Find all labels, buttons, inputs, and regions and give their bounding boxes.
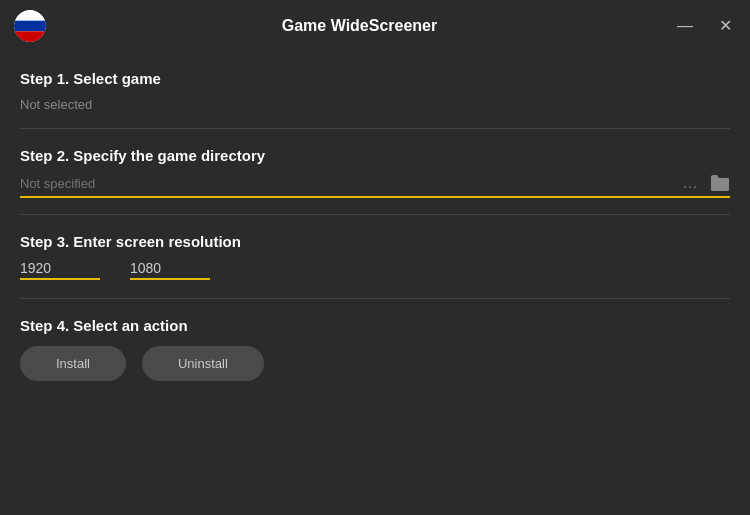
uninstall-button[interactable]: Uninstall	[142, 346, 264, 381]
height-field	[130, 260, 210, 280]
step1-section: Step 1. Select game Not selected	[20, 52, 730, 129]
minimize-button[interactable]: —	[673, 16, 697, 36]
step3-title: Step 3. Enter screen resolution	[20, 233, 730, 250]
title-bar: Game WideScreener — ✕	[0, 0, 750, 52]
step3-section: Step 3. Enter screen resolution	[20, 215, 730, 299]
app-logo	[14, 10, 46, 42]
directory-row: ...	[20, 174, 730, 198]
title-bar-controls: — ✕	[673, 16, 736, 36]
step1-value: Not selected	[20, 97, 730, 112]
width-input[interactable]	[20, 260, 100, 280]
install-button[interactable]: Install	[20, 346, 126, 381]
resolution-row	[20, 260, 730, 280]
action-row: Install Uninstall	[20, 346, 730, 381]
step1-title: Step 1. Select game	[20, 70, 730, 87]
step4-title: Step 4. Select an action	[20, 317, 730, 334]
dots-button[interactable]: ...	[681, 175, 700, 191]
width-field	[20, 260, 100, 280]
folder-button[interactable]	[710, 174, 730, 192]
svg-rect-3	[14, 21, 46, 32]
folder-icon	[710, 174, 730, 192]
main-window: Game WideScreener — ✕ Step 1. Select gam…	[0, 0, 750, 515]
window-title: Game WideScreener	[46, 17, 673, 35]
close-button[interactable]: ✕	[715, 16, 736, 36]
step2-section: Step 2. Specify the game directory ...	[20, 129, 730, 215]
step4-section: Step 4. Select an action Install Uninsta…	[20, 299, 730, 381]
step2-title: Step 2. Specify the game directory	[20, 147, 730, 164]
svg-rect-4	[14, 31, 46, 42]
height-input[interactable]	[130, 260, 210, 280]
content-area: Step 1. Select game Not selected Step 2.…	[0, 52, 750, 515]
svg-rect-2	[14, 10, 46, 21]
directory-controls: ...	[681, 174, 730, 192]
directory-input[interactable]	[20, 176, 681, 191]
